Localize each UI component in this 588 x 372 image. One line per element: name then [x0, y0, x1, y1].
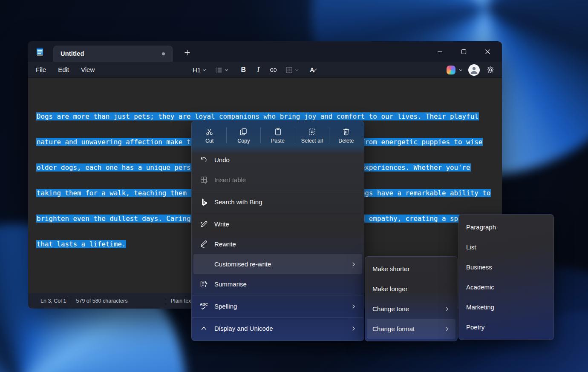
menu-item-customised-re-write[interactable]: Customised re-write [193, 254, 362, 274]
link-icon [269, 66, 278, 74]
menu-item-summarise[interactable]: Summarise [193, 274, 362, 294]
format-submenu: Paragraph List Business Academic Marketi… [458, 214, 554, 340]
chevron-right-icon [444, 306, 450, 312]
submenu-item-make-shorter[interactable]: Make shorter [367, 259, 455, 279]
italic-button[interactable]: I [253, 63, 264, 76]
unsaved-indicator-dot [162, 52, 165, 55]
toolbar-right-group [447, 62, 496, 78]
cut-icon [205, 127, 214, 136]
new-tab-button[interactable] [180, 46, 194, 59]
context-menu: Cut Copy Paste Select all [191, 121, 364, 341]
bold-button[interactable]: B [238, 63, 249, 76]
person-icon [468, 64, 480, 76]
insert-table-icon [200, 176, 208, 184]
italic-label: I [257, 66, 259, 74]
letter-a-pen-icon: A [310, 66, 314, 73]
cursor-position: Ln 3, Col 1 [40, 298, 66, 304]
submenu-item-poetry[interactable]: Poetry [461, 317, 552, 337]
chevron-down-icon [202, 68, 207, 72]
caret-icon [200, 324, 208, 332]
divider [192, 317, 363, 318]
minimize-button[interactable] [428, 41, 452, 62]
submenu-item-business[interactable]: Business [461, 257, 552, 277]
submenu-item-academic[interactable]: Academic [461, 277, 552, 297]
link-button[interactable] [268, 63, 279, 76]
maximize-button[interactable] [452, 41, 476, 62]
undo-icon [199, 155, 208, 164]
maximize-icon [461, 49, 467, 55]
spelling-icon: ABC [200, 303, 208, 310]
table-button[interactable] [285, 63, 299, 76]
bullet-list-icon [215, 66, 223, 74]
table-icon [285, 66, 293, 74]
chevron-right-icon [444, 326, 450, 332]
summarise-icon [199, 280, 208, 289]
copy-icon [239, 127, 248, 136]
chevron-right-icon [351, 303, 357, 309]
rewrite-submenu: Make shorter Make longer Change tone Cha… [365, 256, 458, 341]
quick-actions-row: Cut Copy Paste Select all [192, 121, 364, 149]
submenu-item-make-longer[interactable]: Make longer [367, 279, 455, 299]
status-separator [166, 298, 166, 304]
text-line: Dogs are more than just pets; they are l… [36, 112, 499, 121]
list-style-button[interactable] [215, 63, 229, 76]
divider [192, 295, 363, 295]
select-all-button[interactable]: Select all [295, 122, 329, 149]
paste-button[interactable]: Paste [261, 122, 294, 149]
close-button[interactable] [476, 41, 499, 62]
menu-edit[interactable]: Edit [58, 66, 69, 73]
delete-button[interactable]: Delete [329, 122, 363, 149]
plus-icon [184, 49, 190, 56]
tab-untitled[interactable]: Untitled [53, 46, 173, 62]
menu-toolbar: File Edit View H1 B I [28, 62, 502, 78]
menu-item-rewrite[interactable]: Rewrite [193, 234, 362, 254]
bold-label: B [241, 66, 246, 74]
menu-file[interactable]: File [36, 66, 46, 73]
menu-view[interactable]: View [81, 66, 95, 73]
tab-title: Untitled [61, 50, 84, 57]
menu-item-undo[interactable]: Undo [193, 150, 362, 170]
settings-button[interactable] [485, 63, 496, 76]
submenu-item-paragraph[interactable]: Paragraph [461, 217, 552, 237]
menu-item-spelling[interactable]: ABC Spelling [193, 296, 362, 316]
character-count: 579 of 580 characters [76, 298, 127, 304]
submenu-item-list[interactable]: List [461, 237, 552, 257]
context-menu-items: Undo Insert table Search with Bing Write [192, 149, 364, 341]
close-icon [484, 49, 491, 55]
copilot-button[interactable] [447, 63, 463, 76]
divider [192, 213, 363, 213]
menu-item-insert-table[interactable]: Insert table [193, 170, 362, 190]
status-separator [71, 298, 71, 304]
menu-item-search-with-bing[interactable]: Search with Bing [193, 192, 362, 212]
menu-item-write[interactable]: Write [193, 214, 362, 234]
chevron-down-icon [294, 68, 299, 72]
cut-button[interactable]: Cut [193, 122, 226, 149]
notepad-app-icon [35, 47, 45, 57]
copilot-icon [447, 66, 455, 74]
formatting-toolbar: H1 B I [193, 62, 317, 78]
rewrite-icon [199, 240, 208, 249]
chevron-down-icon [224, 68, 229, 72]
document-mode: Plain text [170, 298, 192, 304]
paste-icon [274, 127, 282, 136]
submenu-item-change-format[interactable]: Change format [367, 319, 455, 339]
menu-item-display-and-unicode[interactable]: Display and Unicode [193, 318, 362, 338]
title-bar: Untitled [28, 41, 502, 62]
divider [192, 191, 363, 191]
gear-icon [486, 66, 495, 74]
submenu-item-marketing[interactable]: Marketing [461, 297, 552, 317]
write-icon [199, 220, 208, 229]
select-all-icon [308, 127, 317, 136]
copy-button[interactable]: Copy [227, 122, 260, 149]
chevron-down-icon [458, 68, 463, 72]
chevron-right-icon [351, 261, 357, 267]
minimize-icon [437, 49, 443, 55]
chevron-right-icon [351, 326, 357, 332]
heading-label: H1 [193, 66, 201, 74]
bing-icon [200, 198, 208, 206]
window-controls [428, 41, 499, 62]
heading-style-button[interactable]: H1 [193, 63, 207, 76]
rewrite-tools-button[interactable]: A [306, 63, 317, 76]
submenu-item-change-tone[interactable]: Change tone [367, 299, 455, 319]
account-avatar[interactable] [468, 64, 480, 76]
